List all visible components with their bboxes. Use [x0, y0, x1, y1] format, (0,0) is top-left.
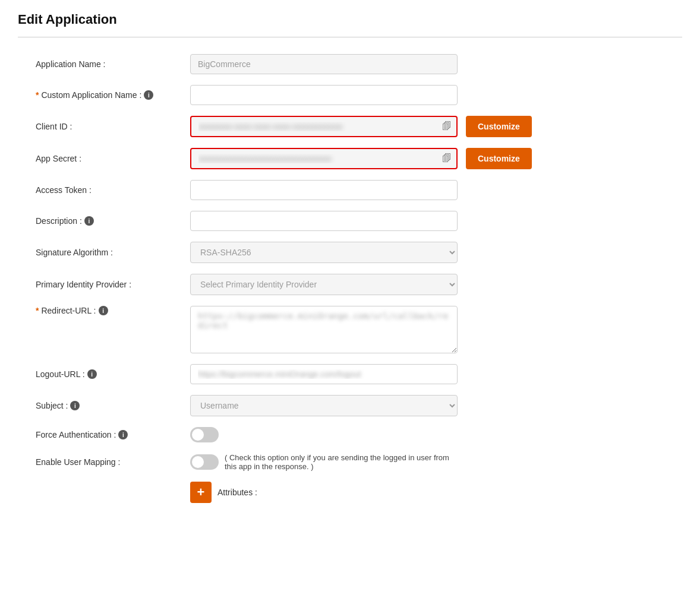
- app-secret-row: App Secret : 🗐 Customize: [36, 148, 664, 169]
- force-auth-toggle[interactable]: [190, 427, 219, 442]
- logout-url-input[interactable]: [190, 364, 458, 384]
- enable-user-mapping-row: Enable User Mapping : ( Check this optio…: [36, 453, 664, 471]
- client-id-copy-icon[interactable]: 🗐: [442, 121, 452, 132]
- enable-user-mapping-slider: [190, 454, 219, 470]
- subject-label: Subject : i: [36, 401, 190, 410]
- redirect-url-required-star: *: [36, 306, 39, 315]
- logout-url-info-icon[interactable]: i: [87, 369, 97, 379]
- custom-name-info-icon[interactable]: i: [144, 90, 153, 100]
- client-id-wrapper: 🗐: [190, 116, 458, 137]
- divider: [18, 37, 682, 37]
- access-token-label: Access Token :: [36, 185, 190, 195]
- attributes-label: Attributes :: [217, 488, 372, 497]
- subject-select[interactable]: Username Email Name: [190, 395, 458, 416]
- client-id-input[interactable]: [190, 116, 458, 137]
- add-attributes-button[interactable]: +: [190, 482, 212, 503]
- force-auth-slider: [190, 427, 219, 442]
- page-container: Edit Application Application Name : * Cu…: [0, 0, 700, 526]
- force-auth-label: Force Authentication : i: [36, 430, 190, 439]
- subject-row: Subject : i Username Email Name: [36, 395, 664, 416]
- subject-info-icon[interactable]: i: [70, 401, 80, 410]
- enable-user-mapping-toggle[interactable]: [190, 454, 219, 470]
- app-secret-label: App Secret :: [36, 154, 190, 163]
- custom-application-name-label: * Custom Application Name : i: [36, 90, 190, 100]
- redirect-url-info-icon[interactable]: i: [99, 306, 108, 315]
- required-star: *: [36, 90, 39, 100]
- app-secret-input[interactable]: [190, 148, 458, 169]
- signature-algorithm-select[interactable]: RSA-SHA256 RSA-SHA1 HMAC-SHA256: [190, 242, 458, 263]
- primary-idp-select[interactable]: Select Primary Identity Provider: [190, 274, 458, 295]
- client-id-row: Client ID : 🗐 Customize: [36, 116, 664, 137]
- description-info-icon[interactable]: i: [84, 216, 94, 226]
- app-secret-copy-icon[interactable]: 🗐: [442, 153, 452, 164]
- description-label: Description : i: [36, 216, 190, 226]
- access-token-row: Access Token :: [36, 180, 664, 200]
- page-title: Edit Application: [18, 12, 682, 27]
- user-mapping-note: ( Check this option only if you are send…: [225, 453, 450, 471]
- custom-application-name-input[interactable]: [190, 85, 458, 105]
- application-name-input[interactable]: [190, 54, 458, 74]
- enable-user-mapping-label: Enable User Mapping :: [36, 457, 190, 467]
- application-name-label: Application Name :: [36, 59, 190, 69]
- description-row: Description : i: [36, 211, 664, 231]
- signature-algorithm-label: Signature Algorithm :: [36, 248, 190, 257]
- logout-url-label: Logout-URL : i: [36, 369, 190, 379]
- primary-idp-label: Primary Identity Provider :: [36, 280, 190, 289]
- signature-algorithm-row: Signature Algorithm : RSA-SHA256 RSA-SHA…: [36, 242, 664, 263]
- description-input[interactable]: [190, 211, 458, 231]
- application-name-row: Application Name :: [36, 54, 664, 74]
- force-auth-info-icon[interactable]: i: [118, 430, 128, 439]
- redirect-url-row: * Redirect-URL : i https://bigcommerce.m…: [36, 306, 664, 353]
- logout-url-row: Logout-URL : i: [36, 364, 664, 384]
- custom-application-name-row: * Custom Application Name : i: [36, 85, 664, 105]
- redirect-url-label: * Redirect-URL : i: [36, 306, 190, 315]
- app-secret-customize-button[interactable]: Customize: [466, 148, 532, 169]
- force-auth-row: Force Authentication : i: [36, 427, 664, 442]
- app-secret-wrapper: 🗐: [190, 148, 458, 169]
- redirect-url-input[interactable]: https://bigcommerce.miniOrange.com/url/c…: [190, 306, 458, 353]
- client-id-label: Client ID :: [36, 122, 190, 131]
- primary-idp-row: Primary Identity Provider : Select Prima…: [36, 274, 664, 295]
- access-token-input[interactable]: [190, 180, 458, 200]
- client-id-customize-button[interactable]: Customize: [466, 116, 532, 137]
- form-section: Application Name : * Custom Application …: [18, 54, 682, 503]
- attributes-row: + Attributes :: [36, 482, 664, 503]
